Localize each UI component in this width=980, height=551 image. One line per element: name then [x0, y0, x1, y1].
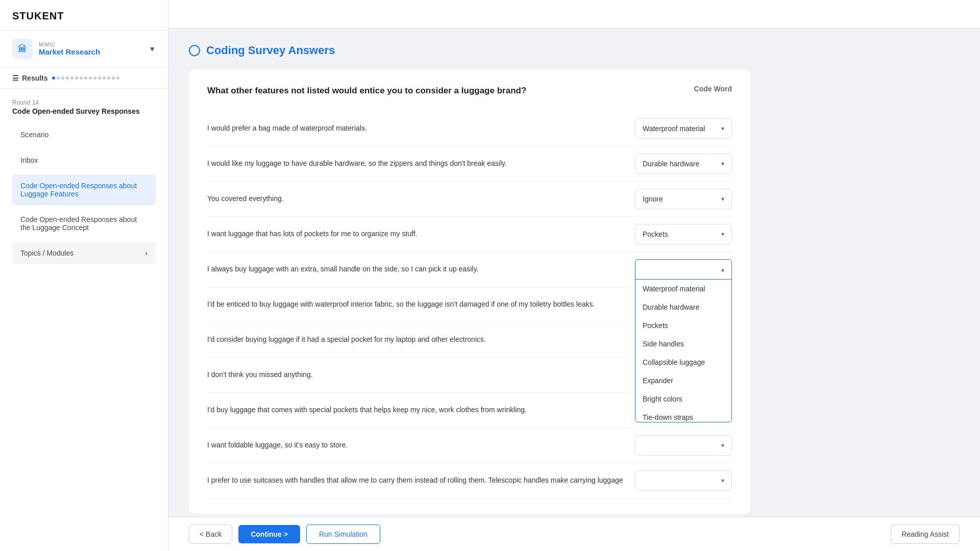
progress-dots	[52, 77, 119, 80]
dot-1	[52, 77, 55, 80]
response-select-1[interactable]: Waterproof material ▾	[635, 118, 732, 139]
response-row-5: I always buy luggage with an extra, smal…	[207, 252, 732, 287]
menu-icon: ☰	[12, 74, 19, 82]
dot-8	[84, 77, 87, 80]
dropdown-item-expander[interactable]: Expander	[635, 371, 731, 390]
response-text-6: I'd be enticed to buy luggage with water…	[207, 299, 625, 310]
dot-2	[57, 77, 60, 80]
sidebar-item-inbox[interactable]: Inbox	[12, 149, 156, 171]
brand-label: MIMIC	[39, 42, 142, 47]
dot-10	[93, 77, 96, 80]
dot-9	[89, 77, 92, 80]
nav-section: Round 14 Code Open-ended Survey Response…	[0, 89, 168, 267]
dot-15	[116, 77, 119, 80]
response-select-10[interactable]: ▾	[635, 435, 732, 456]
chevron-down-icon-2: ▾	[721, 160, 724, 167]
response-text-5: I always buy luggage with an extra, smal…	[207, 264, 625, 274]
section-title-text: Coding Survey Answers	[206, 44, 335, 57]
select-display-10[interactable]: ▾	[635, 435, 732, 456]
dropdown-list-5[interactable]: Waterproof material Durable hardware Poc…	[635, 280, 732, 422]
response-row-4: I want luggage that has lots of pockets …	[207, 217, 732, 252]
response-row-1: I would prefer a bag made of waterproof …	[207, 111, 732, 146]
response-row-10: I want foldable luggage, so it's easy to…	[207, 428, 732, 463]
response-text-9: I'd buy luggage that comes with special …	[207, 405, 625, 415]
brand-name: Market Research	[39, 47, 142, 56]
response-row-3: You covered everything. Ignore ▾	[207, 182, 732, 217]
response-select-3[interactable]: Ignore ▾	[635, 189, 732, 209]
dot-13	[107, 77, 110, 80]
dot-3	[61, 77, 64, 80]
chevron-right-icon: ›	[145, 249, 148, 257]
response-text-1: I would prefer a bag made of waterproof …	[207, 123, 625, 134]
sidebar-item-topics-modules[interactable]: Topics / Modules ›	[12, 242, 156, 264]
response-text-10: I want foldable luggage, so it's easy to…	[207, 440, 625, 450]
dot-5	[70, 77, 74, 80]
dot-14	[112, 77, 115, 80]
results-bar: ☰ Results	[0, 68, 168, 89]
section-title-area: Coding Survey Answers	[189, 44, 960, 57]
select-display-3[interactable]: Ignore ▾	[635, 189, 732, 209]
dot-7	[80, 77, 83, 80]
dot-4	[66, 77, 69, 80]
dot-6	[75, 77, 78, 80]
chevron-up-icon-5: ▴	[721, 266, 724, 273]
response-text-4: I want luggage that has lots of pockets …	[207, 229, 625, 239]
continue-button[interactable]: Continue >	[238, 525, 300, 543]
response-select-5[interactable]: ▴ Waterproof material Durable hardware P…	[635, 259, 732, 280]
dropdown-item-side-handles[interactable]: Side handles	[635, 335, 731, 353]
survey-card: What other features not listed would ent…	[189, 69, 750, 514]
reading-assist-button[interactable]: Reading Assist	[891, 524, 960, 544]
dropdown-item-tie-down[interactable]: Tie-down straps	[635, 408, 731, 422]
response-text-2: I would like my luggage to have durable …	[207, 158, 625, 169]
select-display-4[interactable]: Pockets ▾	[635, 224, 732, 244]
logo-area: stukent	[0, 0, 168, 31]
round-label: Round 14	[12, 99, 156, 106]
chevron-down-icon-4: ▾	[721, 231, 724, 238]
brand-section[interactable]: 🏛 MIMIC Market Research ▼	[0, 31, 168, 68]
response-text-11: I prefer to use suitcases with handles t…	[207, 475, 625, 486]
code-word-label: Code Word	[694, 85, 732, 93]
dot-11	[98, 77, 101, 80]
chevron-down-icon-1: ▾	[721, 125, 724, 132]
chevron-down-icon: ▼	[149, 45, 156, 53]
bottom-bar: < Back Continue > Run Simulation Reading…	[168, 517, 980, 551]
response-text-7: I'd consider buying luggage if it had a …	[207, 334, 625, 345]
select-display-2[interactable]: Durable hardware ▾	[635, 154, 732, 174]
select-display-11[interactable]: ▾	[635, 470, 732, 491]
chevron-down-icon-10: ▾	[721, 442, 724, 449]
results-label: ☰ Results	[12, 74, 48, 82]
card-header: What other features not listed would ent…	[207, 85, 732, 97]
run-simulation-button[interactable]: Run Simulation	[306, 524, 380, 544]
select-display-1[interactable]: Waterproof material ▾	[635, 118, 732, 139]
brand-icon: 🏛	[12, 39, 33, 59]
sidebar: stukent 🏛 MIMIC Market Research ▼ ☰ Resu…	[0, 0, 168, 551]
sidebar-item-scenario[interactable]: Scenario	[12, 123, 156, 146]
round-title: Code Open-ended Survey Responses	[12, 107, 156, 115]
response-row-2: I would like my luggage to have durable …	[207, 146, 732, 182]
selected-value-2: Durable hardware	[643, 160, 699, 168]
response-select-2[interactable]: Durable hardware ▾	[635, 154, 732, 174]
back-button[interactable]: < Back	[189, 524, 232, 544]
response-text-8: I don't think you missed anything.	[207, 369, 625, 380]
dot-12	[103, 77, 106, 80]
dropdown-item-collapsible[interactable]: Collapsible luggage	[635, 353, 731, 371]
dropdown-item-bright-colors[interactable]: Bright colors	[635, 390, 731, 408]
chevron-down-icon-3: ▾	[721, 195, 724, 203]
card-question: What other features not listed would ent…	[207, 85, 684, 97]
selected-value-4: Pockets	[643, 230, 668, 238]
selected-value-1: Waterproof material	[643, 124, 705, 133]
select-display-5[interactable]: ▴	[635, 259, 732, 280]
topics-modules-label: Topics / Modules	[20, 249, 74, 257]
sidebar-item-code-luggage-concept[interactable]: Code Open-ended Responses about the Lugg…	[12, 208, 156, 239]
chevron-down-icon-11: ▾	[721, 477, 724, 484]
content-area: Coding Survey Answers What other feature…	[168, 29, 980, 517]
response-row-11: I prefer to use suitcases with handles t…	[207, 463, 732, 498]
main-header	[168, 0, 980, 29]
main-area: Coding Survey Answers What other feature…	[168, 0, 980, 551]
response-select-11[interactable]: ▾	[635, 470, 732, 491]
dropdown-item-pockets[interactable]: Pockets	[635, 316, 731, 335]
sidebar-item-code-luggage-features[interactable]: Code Open-ended Responses about Luggage …	[12, 174, 156, 205]
dropdown-item-waterproof[interactable]: Waterproof material	[635, 280, 731, 298]
dropdown-item-durable[interactable]: Durable hardware	[635, 298, 731, 316]
response-select-4[interactable]: Pockets ▾	[635, 224, 732, 244]
